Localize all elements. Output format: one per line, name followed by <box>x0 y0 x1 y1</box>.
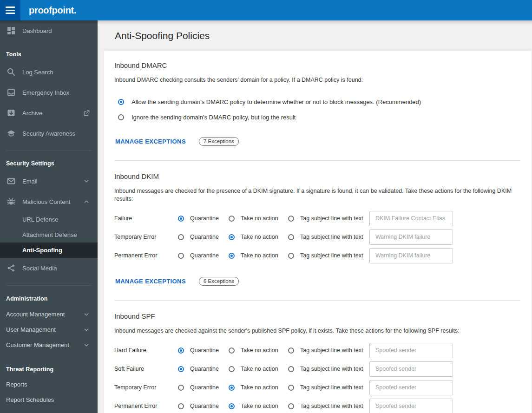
radio-tag-subject[interactable]: Tag subject line with text <box>288 403 369 409</box>
sidebar-item-attachment-defense[interactable]: Attachment Defense <box>0 227 98 243</box>
sidebar-divider <box>7 285 91 286</box>
policies-card: Inbound DMARC Inbound DMARC checking con… <box>104 51 532 413</box>
sidebar-item-url-defense[interactable]: URL Defense <box>0 212 98 227</box>
exceptions-count-badge: 7 Exceptions <box>199 137 239 146</box>
sidebar-item-social-media[interactable]: Social Media <box>0 258 98 278</box>
sidebar-item-reports[interactable]: Reports <box>0 377 98 392</box>
radio-take-no-action[interactable]: Take no action <box>229 347 288 354</box>
dmarc-option-ignore[interactable]: Ignore the sending domain's DMARC policy… <box>114 110 520 125</box>
sidebar: Dashboard Tools Log Search Emergency Inb… <box>0 20 98 413</box>
radio-take-no-action[interactable]: Take no action <box>229 366 288 372</box>
share-icon <box>7 263 16 273</box>
manage-exceptions-button-dkim[interactable]: MANAGE EXCEPTIONS <box>114 275 187 288</box>
tag-text-input[interactable] <box>369 248 453 263</box>
sidebar-header-tools: Tools <box>0 51 98 58</box>
radio-tag-subject[interactable]: Tag subject line with text <box>288 366 369 372</box>
radio-take-no-action[interactable]: Take no action <box>229 384 288 391</box>
tag-text-input[interactable] <box>369 361 453 377</box>
chevron-down-icon <box>83 326 90 334</box>
radio-button[interactable] <box>118 114 124 120</box>
exceptions-count-badge: 6 Exceptions <box>199 277 239 286</box>
top-bar: proofpoint. <box>0 0 532 20</box>
spf-row-soft-failure: Soft Failure Quarantine Take no action T… <box>114 360 520 378</box>
chevron-down-icon <box>83 311 90 318</box>
spf-row-temporary-error: Temporary Error Quarantine Take no actio… <box>114 378 520 397</box>
radio-tag-subject[interactable]: Tag subject line with text <box>288 234 369 240</box>
spf-row-hard-failure: Hard Failure Quarantine Take no action T… <box>114 341 520 360</box>
proofpoint-logo: proofpoint. <box>29 5 76 16</box>
sidebar-item-dashboard[interactable]: Dashboard <box>0 20 98 41</box>
dkim-row-temporary-error: Temporary Error Quarantine Take no actio… <box>114 228 520 246</box>
chevron-up-icon <box>83 198 90 205</box>
sidebar-header-administration: Administration <box>0 295 98 302</box>
dmarc-option-allow[interactable]: Allow the sending domain's DMARC policy … <box>114 94 520 110</box>
archive-icon <box>7 108 16 118</box>
sidebar-item-log-search[interactable]: Log Search <box>0 62 98 82</box>
radio-take-no-action[interactable]: Take no action <box>229 215 288 222</box>
radio-quarantine[interactable]: Quarantine <box>178 252 229 259</box>
sidebar-item-security-awareness[interactable]: Security Awareness <box>0 123 98 144</box>
radio-take-no-action[interactable]: Take no action <box>229 234 288 240</box>
sidebar-item-schedule-list[interactable]: Schedule List <box>0 407 98 413</box>
section-inbound-spf: Inbound SPF Inbound messages are checked… <box>114 300 520 413</box>
radio-quarantine[interactable]: Quarantine <box>178 234 229 240</box>
dashboard-icon <box>7 26 16 35</box>
sidebar-divider <box>7 151 91 151</box>
radio-quarantine[interactable]: Quarantine <box>178 384 229 391</box>
chevron-down-icon <box>83 341 90 349</box>
mail-icon <box>7 177 16 186</box>
radio-quarantine[interactable]: Quarantine <box>178 347 229 354</box>
graduation-cap-icon <box>7 129 16 138</box>
radio-quarantine[interactable]: Quarantine <box>178 215 229 222</box>
section-heading: Inbound SPF <box>114 312 520 320</box>
tag-text-input[interactable] <box>369 343 453 358</box>
tag-text-input[interactable] <box>369 229 453 245</box>
bug-icon <box>7 197 16 206</box>
page-title: Anti-Spoofing Policies <box>115 30 532 41</box>
section-heading: Inbound DKIM <box>114 172 520 180</box>
section-inbound-dmarc: Inbound DMARC Inbound DMARC checking con… <box>114 61 520 160</box>
radio-quarantine[interactable]: Quarantine <box>178 403 229 409</box>
section-description: Inbound messages are checked against the… <box>114 327 520 335</box>
radio-tag-subject[interactable]: Tag subject line with text <box>288 384 369 391</box>
hamburger-menu-button[interactable] <box>0 0 20 20</box>
section-description: Inbound DMARC checking consults the send… <box>114 76 520 84</box>
dkim-row-permanent-error: Permanent Error Quarantine Take no actio… <box>114 246 520 265</box>
tag-text-input[interactable] <box>369 211 453 226</box>
search-icon <box>7 67 16 77</box>
radio-tag-subject[interactable]: Tag subject line with text <box>288 252 369 259</box>
inbox-icon <box>7 88 16 97</box>
sidebar-item-email[interactable]: Email <box>0 171 98 191</box>
tag-text-input[interactable] <box>369 399 453 413</box>
radio-tag-subject[interactable]: Tag subject line with text <box>288 347 369 354</box>
dkim-row-failure: Failure Quarantine Take no action Tag su… <box>114 209 520 228</box>
sidebar-item-user-management[interactable]: User Management <box>0 322 98 337</box>
sidebar-item-malicious-content[interactable]: Malicious Content <box>0 191 98 212</box>
radio-button[interactable] <box>118 99 124 105</box>
chevron-down-icon <box>83 177 90 185</box>
spf-row-permanent-error: Permanent Error Quarantine Take no actio… <box>114 397 520 413</box>
sidebar-item-customer-management[interactable]: Customer Management <box>0 337 98 353</box>
sidebar-item-emergency-inbox[interactable]: Emergency Inbox <box>0 82 98 103</box>
section-heading: Inbound DMARC <box>114 61 520 69</box>
radio-quarantine[interactable]: Quarantine <box>178 366 229 372</box>
sidebar-item-label: Dashboard <box>22 27 52 34</box>
sidebar-item-account-management[interactable]: Account Management <box>0 307 98 322</box>
hamburger-menu-icon <box>6 7 15 8</box>
sidebar-header-threat-reporting: Threat Reporting <box>0 366 98 373</box>
section-description: Inbound messages are checked for the pre… <box>114 187 520 203</box>
main-content: Anti-Spoofing Policies Inbound DMARC Inb… <box>98 20 532 413</box>
radio-tag-subject[interactable]: Tag subject line with text <box>288 215 369 222</box>
sidebar-item-report-schedules[interactable]: Report Schedules <box>0 392 98 407</box>
external-link-icon <box>83 109 90 117</box>
section-inbound-dkim: Inbound DKIM Inbound messages are checke… <box>114 160 520 300</box>
manage-exceptions-button-dmarc[interactable]: MANAGE EXCEPTIONS <box>114 135 187 148</box>
radio-take-no-action[interactable]: Take no action <box>229 252 288 259</box>
sidebar-item-archive[interactable]: Archive <box>0 103 98 123</box>
sidebar-item-anti-spoofing[interactable]: Anti-Spoofing <box>0 243 98 258</box>
radio-take-no-action[interactable]: Take no action <box>229 403 288 409</box>
sidebar-header-security-settings: Security Settings <box>0 160 98 167</box>
tag-text-input[interactable] <box>369 380 453 395</box>
